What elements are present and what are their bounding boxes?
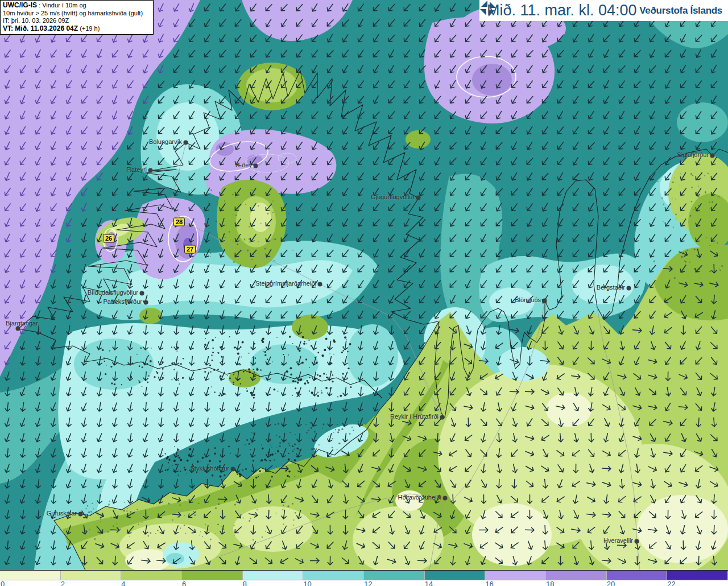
wind-speed-legend: 0246810121416182022 (0, 570, 728, 586)
valid-datetime: Mið. 11. mar. kl. 04:00 (487, 2, 639, 19)
met-office-brand: Veðurstofa Íslands (639, 5, 722, 16)
legend-segment (425, 571, 486, 580)
legend-tick: 10 (303, 580, 311, 586)
info-line-gusts: 10m hviður > 25 m/s (hvítt) og hámarkshv… (3, 10, 151, 18)
legend-tick: 2 (61, 580, 65, 586)
legend-segment (243, 571, 304, 580)
legend-segment (667, 571, 728, 580)
legend-segment (0, 571, 61, 580)
map-canvas[interactable]: BolungarvíkFlateyriÆðeyGjögurflugvöllurS… (0, 0, 728, 570)
legend-segment (61, 571, 122, 580)
legend-segment (364, 571, 425, 580)
legend-segment (303, 571, 364, 580)
legend-tick: 18 (546, 580, 554, 586)
info-line-init-time: IT: þri. 10. 03. 2026 09Z (3, 17, 151, 25)
legend-tick: 8 (243, 580, 247, 586)
info-line-valid-time: VT: Mið. 11.03.2026 04Z (+19 h) (3, 25, 151, 33)
model-name: UWC/IG-IS (3, 1, 37, 9)
info-line-model: UWC/IG-IS : Vindur í 10m og (3, 2, 151, 10)
legend-segment (607, 571, 668, 580)
legend-tick: 22 (667, 580, 675, 586)
legend-segment (182, 571, 243, 580)
legend-tick: 4 (121, 580, 125, 586)
legend-segment (121, 571, 182, 580)
legend-segment (546, 571, 607, 580)
legend-tick: 0 (1, 580, 5, 586)
legend-tick: 12 (364, 580, 372, 586)
met-office-logo-icon (479, 0, 497, 17)
weather-map-page: BolungarvíkFlateyriÆðeyGjögurflugvöllurS… (0, 0, 728, 586)
met-office-name: Veðurstofa Íslands (639, 5, 722, 16)
forecast-info-box: UWC/IG-IS : Vindur í 10m og 10m hviður >… (0, 0, 154, 35)
legend-tick: 14 (425, 580, 433, 586)
legend-color-bar (0, 571, 728, 580)
legend-tick-labels: 0246810121416182022 (0, 580, 728, 586)
legend-segment (485, 571, 546, 580)
legend-tick: 16 (485, 580, 493, 586)
wind-map-svg (0, 0, 728, 570)
title-bar: Mið. 11. mar. kl. 04:00 Veðurstofa Íslan… (479, 0, 728, 21)
legend-tick: 20 (607, 580, 615, 586)
legend-tick: 6 (182, 580, 186, 586)
